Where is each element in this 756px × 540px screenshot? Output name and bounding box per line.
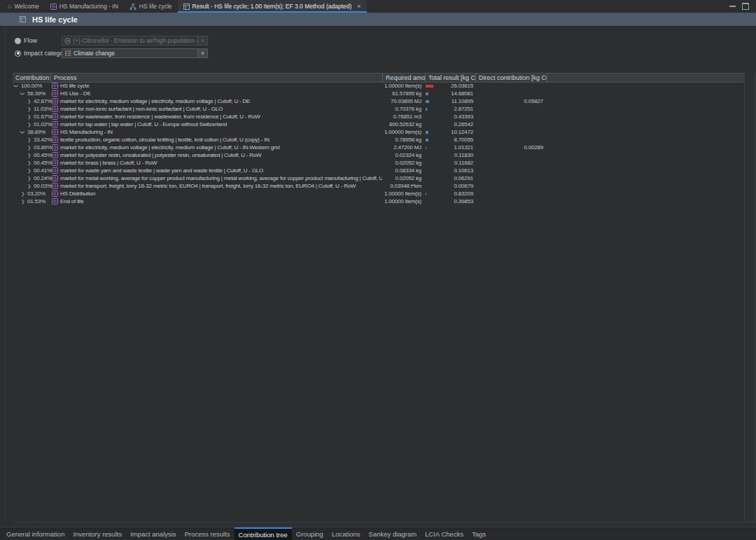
tab-hs-life-cycle[interactable]: HS life cycle — [124, 0, 178, 13]
tab-welcome[interactable]: ⌂Welcome — [2, 0, 45, 13]
flow-radio[interactable] — [15, 38, 21, 44]
chevron-right-icon[interactable]: ❯ — [27, 167, 31, 174]
tab-locations[interactable]: Locations — [328, 527, 365, 540]
table-row[interactable]: ❯01.67%market for wastewater, from resid… — [13, 113, 744, 120]
chevron-right-icon[interactable]: ❯ — [27, 151, 31, 159]
process-icon — [52, 144, 58, 151]
tab-result-hs-life-cycle-1-00-item-s-ef-3-0-method-adapted[interactable]: Result - HS life cycle; 1.00 Item(s); EF… — [178, 0, 367, 13]
column-header-direct-contribution[interactable]: Direct contribution [kg CO2 eq] — [476, 74, 547, 82]
process-name: market for non-ionic surfactant | non-io… — [60, 105, 223, 113]
product-system-icon — [130, 4, 136, 10]
table-row[interactable]: ❯00.45%market for brass | brass | Cutoff… — [13, 159, 744, 167]
vertical-scrollbar[interactable] — [744, 73, 755, 522]
table-row[interactable]: ❯100.00%HS life cycle1.00000 Item(s)26.0… — [13, 82, 744, 90]
tab-lcia-checks[interactable]: LCIA Checks — [421, 527, 468, 540]
total-result-value: 8.70055 — [430, 136, 473, 144]
tab-hs-manufacturing-in[interactable]: HS Manufacturing - IN — [45, 0, 124, 13]
required-amount-value: 1.00000 Item(s) — [293, 198, 421, 205]
table-row[interactable]: ❯01.02%market for tap water | tap water … — [13, 120, 744, 128]
impact-category-radio[interactable] — [15, 50, 21, 57]
table-row[interactable]: ❯00.41%market for waste yarn and waste t… — [13, 167, 744, 174]
contribution-bar — [426, 92, 428, 95]
chevron-right-icon[interactable]: ❯ — [21, 198, 24, 205]
chevron-right-icon[interactable]: ❯ — [27, 174, 31, 182]
table-row[interactable]: ❯00.03%market for transport, freight, lo… — [13, 182, 744, 190]
total-result-value: 0.10613 — [430, 167, 473, 174]
chevron-right-icon[interactable]: ❯ — [27, 144, 31, 151]
process-name: HS life cycle — [60, 82, 89, 90]
flow-combobox: (+)-Citronellol - Emission to air/high p… — [62, 36, 208, 46]
column-header-total-result[interactable]: Total result [kg CO2 eq] — [426, 74, 476, 82]
contribution-value: 00.03% — [34, 182, 52, 190]
contribution-bar — [426, 139, 428, 141]
maximize-icon[interactable] — [742, 3, 749, 10]
minimize-icon[interactable] — [729, 6, 736, 7]
required-amount-value: 0.02324 kg — [293, 151, 421, 159]
tab-impact-analysis[interactable]: Impact analysis — [126, 527, 180, 540]
table-row[interactable]: ❯42.67%market for electricity, medium vo… — [13, 97, 744, 105]
process-name: market for polyester resin, unsaturated … — [60, 151, 261, 159]
view-border — [5, 27, 6, 522]
tab-tags[interactable]: Tags — [468, 527, 490, 540]
required-amount-value: 1.00000 Item(s) — [293, 190, 421, 198]
contribution-value: 00.45% — [34, 159, 52, 167]
total-result-value: 1.01321 — [430, 144, 473, 151]
table-row[interactable]: ❯11.03%market for non-ionic surfactant |… — [13, 105, 744, 113]
chevron-right-icon[interactable]: ❯ — [27, 182, 31, 190]
chevron-right-icon[interactable]: ❯ — [27, 159, 31, 167]
table-row[interactable]: ❯56.39%HS Use - DE61.57895 kg14.68081 — [13, 90, 744, 97]
result-icon — [20, 16, 26, 22]
flow-value: (+)-Citronellol - Emission to air/high p… — [73, 37, 197, 44]
contribution-value: 100.00% — [21, 82, 42, 90]
chevron-down-icon[interactable]: ∨ — [197, 49, 207, 57]
process-icon — [52, 160, 58, 166]
tab-contribution-tree[interactable]: Contribution tree — [234, 527, 292, 540]
table-row[interactable]: ❯38.89%HS Manufacturing - IN1.00000 Item… — [13, 128, 744, 136]
tab-process-results[interactable]: Process results — [181, 527, 234, 540]
required-amount-value: 0.02052 kg — [293, 174, 421, 182]
chevron-down-icon[interactable]: ❯ — [19, 130, 27, 134]
home-icon: ⌂ — [8, 4, 11, 10]
flow-label: Flow — [24, 37, 37, 44]
impact-category-icon — [64, 50, 71, 57]
close-icon[interactable]: × — [357, 4, 360, 10]
contribution-value: 33.42% — [34, 136, 52, 144]
process-name: End of life — [60, 198, 83, 205]
process-name: textile production, organic cotton, circ… — [60, 136, 270, 144]
tab-label: Impact analysis — [130, 530, 176, 538]
chevron-right-icon[interactable]: ❯ — [27, 120, 31, 128]
tab-general-information[interactable]: General information — [2, 527, 69, 540]
chevron-right-icon[interactable]: ❯ — [27, 113, 31, 120]
table-row[interactable]: ❯00.45%market for polyester resin, unsat… — [13, 151, 744, 159]
process-name: market for wastewater, from residence | … — [60, 113, 260, 120]
tab-grouping[interactable]: Grouping — [292, 527, 328, 540]
contribution-value: 01.02% — [34, 120, 52, 128]
table-row[interactable]: ❯00.24%market for metal working, average… — [13, 174, 744, 182]
impact-category-combobox[interactable]: Climate change ∨ — [62, 48, 208, 58]
required-amount-value: 0.03948 t*km — [293, 182, 421, 190]
chevron-right-icon[interactable]: ❯ — [21, 190, 24, 198]
contribution-value: 42.67% — [34, 97, 52, 105]
column-header-required-amount[interactable]: Required amount — [383, 74, 426, 82]
flow-icon — [64, 38, 71, 44]
result-icon — [183, 4, 190, 10]
table-row[interactable]: ❯03.20%HS Distribution1.00000 Item(s)0.8… — [13, 190, 744, 198]
total-result-value: 0.39853 — [430, 198, 473, 205]
tab-label: Inventory results — [73, 530, 122, 538]
total-result-value: 0.11682 — [430, 159, 473, 167]
tab-inventory-results[interactable]: Inventory results — [69, 527, 126, 540]
chevron-right-icon[interactable]: ❯ — [27, 97, 31, 105]
total-result-value: 14.68081 — [430, 90, 473, 97]
column-header-process[interactable]: Process — [51, 74, 383, 82]
tab-label: Process results — [185, 530, 230, 538]
tab-sankey-diagram[interactable]: Sankey diagram — [365, 527, 421, 540]
chevron-right-icon[interactable]: ❯ — [27, 136, 31, 144]
table-row[interactable]: ❯03.89%market for electricity, medium vo… — [13, 144, 744, 151]
table-row[interactable]: ❯01.53%End of life1.00000 Item(s)0.39853 — [13, 198, 744, 205]
chevron-right-icon[interactable]: ❯ — [27, 105, 31, 113]
required-amount-value: 0.78958 kg — [293, 136, 421, 144]
column-header-contribution[interactable]: Contribution — [13, 74, 51, 82]
chevron-down-icon[interactable]: ❯ — [19, 92, 27, 95]
table-row[interactable]: ❯33.42%textile production, organic cotto… — [13, 136, 744, 144]
chevron-down-icon[interactable]: ❯ — [13, 84, 20, 88]
